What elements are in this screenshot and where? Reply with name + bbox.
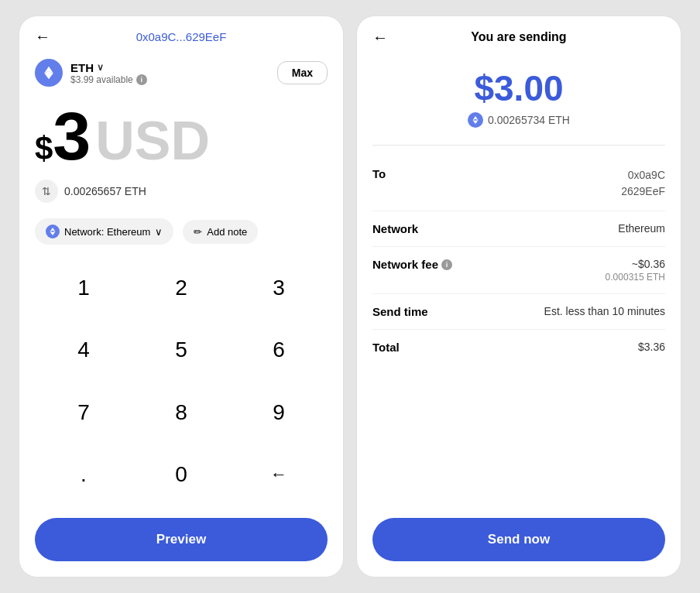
swap-icon[interactable]: ⇅ — [35, 180, 58, 203]
add-note-button[interactable]: ✏ Add note — [183, 220, 258, 244]
network-eth-icon — [46, 225, 60, 238]
svg-marker-2 — [49, 73, 53, 79]
token-name-row: ETH ∨ $3.99 available i — [70, 61, 147, 85]
total-value: $3.36 — [638, 341, 665, 353]
sending-amount: $3.00 0.00265734 ETH — [357, 52, 681, 134]
left-screen: ← 0x0a9C...629EeF ETH ∨ $3.99 available … — [19, 15, 344, 578]
token-chevron-icon: ∨ — [97, 62, 104, 73]
left-header: ← 0x0a9C...629EeF — [19, 16, 343, 51]
fee-label: Network fee i — [372, 258, 452, 271]
add-note-label: Add note — [207, 226, 247, 238]
network-label: Network: Ethereum — [64, 226, 150, 238]
svg-marker-12 — [475, 120, 479, 124]
amount-number: 3 — [53, 102, 91, 170]
amount-display: $ 3 USD — [19, 94, 343, 173]
sending-usd: $3.00 — [372, 67, 665, 109]
currency-label: USD — [95, 114, 210, 168]
fee-value: ~$0.36 0.000315 ETH — [606, 258, 665, 283]
key-5[interactable]: 5 — [132, 319, 230, 381]
svg-marker-7 — [50, 228, 53, 231]
svg-marker-6 — [53, 228, 56, 231]
to-row: To 0x0a9C 2629EeF — [372, 156, 665, 211]
token-available: $3.99 available i — [70, 74, 147, 85]
key-backspace[interactable]: ← — [230, 444, 328, 506]
key-1[interactable]: 1 — [35, 257, 132, 319]
key-8[interactable]: 8 — [132, 382, 230, 444]
send-time-label: Send time — [372, 305, 428, 318]
eth-equivalent-row: ⇅ 0.00265657 ETH — [19, 173, 343, 209]
sending-eth-icon — [468, 112, 483, 128]
key-6[interactable]: 6 — [230, 319, 328, 381]
wallet-address: 0x0a9C...629EeF — [136, 30, 227, 43]
key-dot[interactable]: . — [35, 444, 132, 506]
available-info-icon[interactable]: i — [136, 74, 147, 85]
total-row: Total $3.36 — [372, 330, 665, 365]
total-label: Total — [372, 341, 400, 354]
svg-marker-8 — [53, 231, 56, 235]
sending-eth: 0.00265734 ETH — [372, 112, 665, 128]
eth-equiv-text: 0.00265657 ETH — [64, 185, 146, 197]
divider — [372, 145, 665, 146]
key-0[interactable]: 0 — [132, 444, 230, 506]
fee-row: Network fee i ~$0.36 0.000315 ETH — [372, 247, 665, 294]
send-time-row: Send time Est. less than 10 minutes — [372, 294, 665, 330]
key-7[interactable]: 7 — [35, 382, 132, 444]
send-now-button[interactable]: Send now — [372, 518, 665, 561]
svg-marker-10 — [475, 116, 479, 120]
eth-icon — [35, 59, 63, 87]
network-button[interactable]: Network: Ethereum ∨ — [35, 218, 173, 245]
right-title: You are sending — [471, 30, 566, 44]
token-row: ETH ∨ $3.99 available i Max — [19, 51, 343, 94]
right-back-button[interactable]: ← — [372, 29, 388, 46]
token-name[interactable]: ETH ∨ — [70, 61, 147, 74]
screens-container: ← 0x0a9C...629EeF ETH ∨ $3.99 available … — [0, 0, 700, 593]
action-row: Network: Ethereum ∨ ✏ Add note — [19, 209, 343, 254]
svg-marker-9 — [50, 231, 53, 235]
token-info: ETH ∨ $3.99 available i — [35, 59, 147, 87]
keypad: 1 2 3 4 5 6 7 8 9 . 0 ← — [19, 254, 343, 509]
fee-info-icon[interactable]: i — [441, 259, 452, 270]
network-chevron-icon: ∨ — [155, 226, 163, 238]
svg-marker-11 — [473, 116, 476, 120]
right-header: ← You are sending — [357, 16, 681, 52]
details-section: To 0x0a9C 2629EeF Network Ethereum Netwo… — [357, 156, 681, 509]
to-label: To — [372, 167, 386, 180]
key-3[interactable]: 3 — [230, 257, 328, 319]
key-9[interactable]: 9 — [230, 382, 328, 444]
key-4[interactable]: 4 — [35, 319, 132, 381]
dollar-sign: $ — [35, 132, 53, 165]
svg-marker-13 — [473, 120, 476, 124]
max-button[interactable]: Max — [277, 61, 328, 84]
right-screen: ← You are sending $3.00 0.00265734 ETH T… — [356, 15, 681, 578]
pencil-icon: ✏ — [194, 226, 202, 238]
svg-marker-3 — [44, 73, 49, 79]
to-address: 0x0a9C 2629EeF — [621, 167, 665, 200]
send-time-value: Est. less than 10 minutes — [544, 305, 665, 317]
network-detail-label: Network — [372, 222, 418, 235]
key-2[interactable]: 2 — [132, 257, 230, 319]
left-back-button[interactable]: ← — [35, 28, 50, 46]
preview-button[interactable]: Preview — [35, 518, 328, 561]
network-detail-value: Ethereum — [618, 222, 665, 235]
network-row: Network Ethereum — [372, 211, 665, 247]
